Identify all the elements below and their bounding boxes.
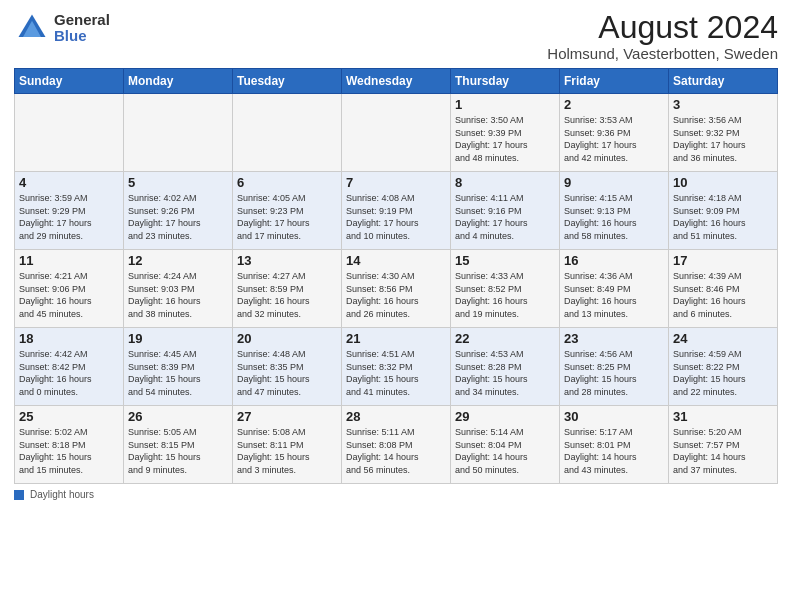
calendar-cell: 23Sunrise: 4:56 AM Sunset: 8:25 PM Dayli… [560, 328, 669, 406]
day-info: Sunrise: 3:53 AM Sunset: 9:36 PM Dayligh… [564, 114, 664, 164]
calendar-cell: 31Sunrise: 5:20 AM Sunset: 7:57 PM Dayli… [669, 406, 778, 484]
day-number: 2 [564, 97, 664, 112]
calendar-cell [124, 94, 233, 172]
calendar-cell: 12Sunrise: 4:24 AM Sunset: 9:03 PM Dayli… [124, 250, 233, 328]
calendar-cell: 27Sunrise: 5:08 AM Sunset: 8:11 PM Dayli… [233, 406, 342, 484]
day-info: Sunrise: 4:24 AM Sunset: 9:03 PM Dayligh… [128, 270, 228, 320]
day-info: Sunrise: 4:51 AM Sunset: 8:32 PM Dayligh… [346, 348, 446, 398]
day-number: 4 [19, 175, 119, 190]
logo-text: General Blue [54, 12, 110, 45]
day-info: Sunrise: 4:08 AM Sunset: 9:19 PM Dayligh… [346, 192, 446, 242]
day-number: 15 [455, 253, 555, 268]
day-number: 29 [455, 409, 555, 424]
day-number: 7 [346, 175, 446, 190]
day-number: 18 [19, 331, 119, 346]
day-number: 25 [19, 409, 119, 424]
calendar-day-header: Saturday [669, 69, 778, 94]
calendar-cell: 17Sunrise: 4:39 AM Sunset: 8:46 PM Dayli… [669, 250, 778, 328]
day-info: Sunrise: 5:05 AM Sunset: 8:15 PM Dayligh… [128, 426, 228, 476]
day-info: Sunrise: 4:42 AM Sunset: 8:42 PM Dayligh… [19, 348, 119, 398]
calendar-cell: 20Sunrise: 4:48 AM Sunset: 8:35 PM Dayli… [233, 328, 342, 406]
day-info: Sunrise: 5:11 AM Sunset: 8:08 PM Dayligh… [346, 426, 446, 476]
day-number: 28 [346, 409, 446, 424]
calendar-cell: 6Sunrise: 4:05 AM Sunset: 9:23 PM Daylig… [233, 172, 342, 250]
day-info: Sunrise: 4:53 AM Sunset: 8:28 PM Dayligh… [455, 348, 555, 398]
calendar-cell: 19Sunrise: 4:45 AM Sunset: 8:39 PM Dayli… [124, 328, 233, 406]
logo-icon [14, 10, 50, 46]
day-number: 31 [673, 409, 773, 424]
day-number: 20 [237, 331, 337, 346]
calendar-cell: 29Sunrise: 5:14 AM Sunset: 8:04 PM Dayli… [451, 406, 560, 484]
calendar-cell: 18Sunrise: 4:42 AM Sunset: 8:42 PM Dayli… [15, 328, 124, 406]
day-info: Sunrise: 5:17 AM Sunset: 8:01 PM Dayligh… [564, 426, 664, 476]
footer: Daylight hours [14, 489, 778, 500]
calendar-cell: 30Sunrise: 5:17 AM Sunset: 8:01 PM Dayli… [560, 406, 669, 484]
day-number: 5 [128, 175, 228, 190]
day-number: 26 [128, 409, 228, 424]
day-info: Sunrise: 5:02 AM Sunset: 8:18 PM Dayligh… [19, 426, 119, 476]
day-info: Sunrise: 4:45 AM Sunset: 8:39 PM Dayligh… [128, 348, 228, 398]
calendar-day-header: Thursday [451, 69, 560, 94]
calendar-cell: 10Sunrise: 4:18 AM Sunset: 9:09 PM Dayli… [669, 172, 778, 250]
day-number: 9 [564, 175, 664, 190]
day-number: 21 [346, 331, 446, 346]
day-number: 17 [673, 253, 773, 268]
calendar-cell [233, 94, 342, 172]
calendar-cell: 26Sunrise: 5:05 AM Sunset: 8:15 PM Dayli… [124, 406, 233, 484]
calendar-cell: 24Sunrise: 4:59 AM Sunset: 8:22 PM Dayli… [669, 328, 778, 406]
day-info: Sunrise: 4:11 AM Sunset: 9:16 PM Dayligh… [455, 192, 555, 242]
day-info: Sunrise: 4:15 AM Sunset: 9:13 PM Dayligh… [564, 192, 664, 242]
day-info: Sunrise: 4:33 AM Sunset: 8:52 PM Dayligh… [455, 270, 555, 320]
day-info: Sunrise: 4:36 AM Sunset: 8:49 PM Dayligh… [564, 270, 664, 320]
daylight-label: Daylight hours [30, 489, 94, 500]
calendar-cell: 5Sunrise: 4:02 AM Sunset: 9:26 PM Daylig… [124, 172, 233, 250]
day-number: 1 [455, 97, 555, 112]
title-block: August 2024 Holmsund, Vaesterbotten, Swe… [547, 10, 778, 62]
day-number: 6 [237, 175, 337, 190]
calendar-cell: 1Sunrise: 3:50 AM Sunset: 9:39 PM Daylig… [451, 94, 560, 172]
day-info: Sunrise: 4:21 AM Sunset: 9:06 PM Dayligh… [19, 270, 119, 320]
calendar-day-header: Friday [560, 69, 669, 94]
day-info: Sunrise: 3:50 AM Sunset: 9:39 PM Dayligh… [455, 114, 555, 164]
calendar-cell: 22Sunrise: 4:53 AM Sunset: 8:28 PM Dayli… [451, 328, 560, 406]
calendar-table: SundayMondayTuesdayWednesdayThursdayFrid… [14, 68, 778, 484]
day-number: 12 [128, 253, 228, 268]
calendar-cell: 2Sunrise: 3:53 AM Sunset: 9:36 PM Daylig… [560, 94, 669, 172]
calendar-cell: 9Sunrise: 4:15 AM Sunset: 9:13 PM Daylig… [560, 172, 669, 250]
calendar-cell: 25Sunrise: 5:02 AM Sunset: 8:18 PM Dayli… [15, 406, 124, 484]
day-info: Sunrise: 4:05 AM Sunset: 9:23 PM Dayligh… [237, 192, 337, 242]
calendar-cell: 4Sunrise: 3:59 AM Sunset: 9:29 PM Daylig… [15, 172, 124, 250]
day-info: Sunrise: 3:56 AM Sunset: 9:32 PM Dayligh… [673, 114, 773, 164]
day-info: Sunrise: 3:59 AM Sunset: 9:29 PM Dayligh… [19, 192, 119, 242]
day-info: Sunrise: 4:27 AM Sunset: 8:59 PM Dayligh… [237, 270, 337, 320]
day-number: 8 [455, 175, 555, 190]
day-info: Sunrise: 4:59 AM Sunset: 8:22 PM Dayligh… [673, 348, 773, 398]
day-number: 30 [564, 409, 664, 424]
calendar-week-row: 11Sunrise: 4:21 AM Sunset: 9:06 PM Dayli… [15, 250, 778, 328]
logo: General Blue [14, 10, 110, 46]
calendar-week-row: 18Sunrise: 4:42 AM Sunset: 8:42 PM Dayli… [15, 328, 778, 406]
day-number: 10 [673, 175, 773, 190]
header: General Blue August 2024 Holmsund, Vaest… [14, 10, 778, 62]
calendar-cell [342, 94, 451, 172]
day-number: 22 [455, 331, 555, 346]
calendar-cell: 28Sunrise: 5:11 AM Sunset: 8:08 PM Dayli… [342, 406, 451, 484]
logo-general: General [54, 12, 110, 29]
day-number: 16 [564, 253, 664, 268]
month-title: August 2024 [547, 10, 778, 45]
calendar-day-header: Wednesday [342, 69, 451, 94]
day-info: Sunrise: 5:14 AM Sunset: 8:04 PM Dayligh… [455, 426, 555, 476]
day-info: Sunrise: 5:08 AM Sunset: 8:11 PM Dayligh… [237, 426, 337, 476]
day-number: 13 [237, 253, 337, 268]
calendar-day-header: Tuesday [233, 69, 342, 94]
day-number: 14 [346, 253, 446, 268]
day-number: 11 [19, 253, 119, 268]
day-info: Sunrise: 5:20 AM Sunset: 7:57 PM Dayligh… [673, 426, 773, 476]
calendar-cell: 13Sunrise: 4:27 AM Sunset: 8:59 PM Dayli… [233, 250, 342, 328]
calendar-week-row: 4Sunrise: 3:59 AM Sunset: 9:29 PM Daylig… [15, 172, 778, 250]
calendar-cell: 15Sunrise: 4:33 AM Sunset: 8:52 PM Dayli… [451, 250, 560, 328]
calendar-day-header: Sunday [15, 69, 124, 94]
day-info: Sunrise: 4:39 AM Sunset: 8:46 PM Dayligh… [673, 270, 773, 320]
calendar-cell: 14Sunrise: 4:30 AM Sunset: 8:56 PM Dayli… [342, 250, 451, 328]
day-info: Sunrise: 4:56 AM Sunset: 8:25 PM Dayligh… [564, 348, 664, 398]
